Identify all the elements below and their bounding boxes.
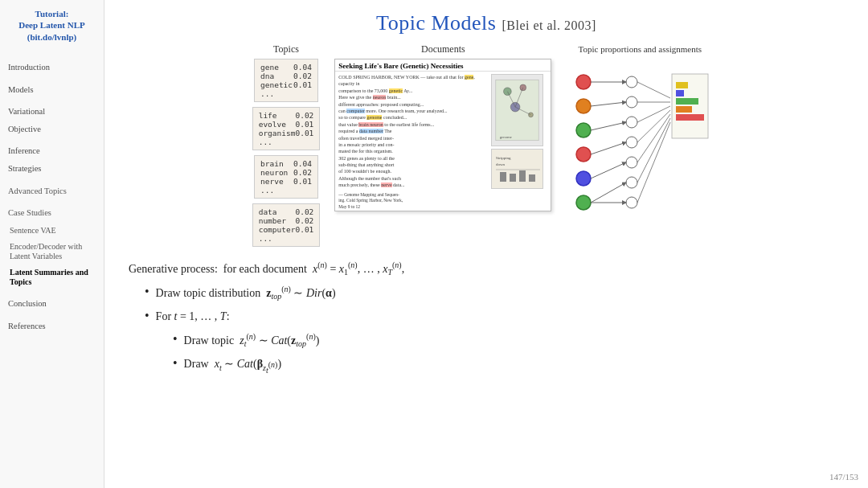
bullet-1: • (145, 281, 149, 302)
doc-headline: Seeking Life's Bare (Genetic) Necessitie… (335, 59, 551, 72)
svg-line-48 (637, 118, 670, 182)
sidebar-item-references[interactable]: References (6, 318, 97, 335)
sidebar-item-inference[interactable]: Inference (6, 142, 97, 160)
proportions-column: Topic proportions and assignments (559, 43, 720, 219)
svg-line-45 (637, 106, 670, 122)
svg-point-26 (626, 137, 637, 148)
doc-figure-2: Stripping down (491, 149, 543, 189)
page-number: 147/153 (829, 472, 858, 482)
svg-point-20 (576, 147, 591, 162)
sidebar-title: Tutorial: Deep Latent NLP (bit.do/lvnlp) (6, 8, 97, 43)
svg-text:genome: genome (500, 135, 512, 139)
svg-rect-40 (676, 98, 698, 105)
proportions-label: Topic proportions and assignments (579, 43, 702, 55)
svg-point-2 (520, 84, 526, 91)
svg-point-18 (576, 99, 591, 113)
svg-rect-41 (676, 90, 684, 96)
sidebar-item-case-studies[interactable]: Case Studies (6, 204, 97, 222)
math-sub-bullet2-line: • Draw xt ∼ Cat(βzt(n)) (173, 352, 844, 377)
main-content: Topic Models [Blei et al. 2003] Topics g… (104, 0, 868, 488)
math-bullet2-text: For t = 1, … , T: (156, 307, 230, 326)
svg-rect-13 (500, 172, 506, 182)
svg-line-32 (591, 122, 626, 130)
sidebar-item-strategies[interactable]: Strategies (6, 160, 97, 178)
svg-point-22 (576, 195, 591, 210)
math-sub-bullet1-line: • Draw topic zt(n) ∼ Cat(ztop(n)) (173, 328, 844, 351)
documents-label: Documents (421, 43, 465, 55)
topic-box-1: gene0.04 dna0.02 genetic0.01 ... (254, 59, 318, 102)
svg-point-25 (626, 117, 637, 128)
math-bullet2-line: • For t = 1, … , T: (145, 305, 844, 326)
svg-text:Stripping: Stripping (496, 156, 511, 160)
math-intro-line: Generative process: for each document x(… (129, 258, 844, 279)
svg-line-35 (591, 182, 626, 203)
svg-point-17 (576, 75, 591, 89)
svg-line-43 (637, 82, 670, 98)
svg-point-23 (626, 76, 637, 88)
svg-rect-42 (676, 82, 688, 88)
svg-line-33 (591, 142, 626, 154)
topic-box-3: brain0.04 neuron0.02 nerve0.01 ... (254, 155, 318, 199)
sidebar: Tutorial: Deep Latent NLP (bit.do/lvnlp)… (0, 0, 104, 488)
topic-box-4: data0.02 number0.02 computer0.01 ... (252, 203, 321, 247)
bullet-2: • (145, 305, 149, 326)
newspaper-document: Seeking Life's Bare (Genetic) Necessitie… (334, 59, 551, 211)
svg-point-24 (626, 96, 637, 108)
topics-label: Topics (273, 43, 299, 55)
doc-text: COLD SPRING HARBOR, NEW YORK — take out … (338, 74, 488, 211)
svg-point-27 (626, 157, 637, 168)
sidebar-item-encoder-decoder[interactable]: Encoder/Decoder with Latent Variables (6, 239, 97, 265)
doc-figure-1: genome (491, 74, 543, 146)
diagram-area: Topics gene0.04 dna0.02 genetic0.01 ... … (121, 43, 852, 252)
svg-point-21 (576, 171, 591, 186)
math-sub-bullet2-text: Draw xt ∼ Cat(βzt(n)) (184, 355, 281, 377)
sub-bullet-2: • (173, 352, 178, 374)
svg-rect-39 (676, 106, 692, 113)
sidebar-item-objective[interactable]: Objective (6, 121, 97, 138)
topic-box-2: life0.02 evolve0.01 organism0.01 ... (252, 107, 321, 150)
sidebar-item-introduction[interactable]: Introduction (6, 59, 97, 76)
svg-point-28 (626, 177, 637, 188)
sub-bullet-1: • (173, 328, 178, 350)
svg-rect-15 (519, 170, 526, 182)
svg-text:down: down (496, 162, 506, 166)
math-content: Generative process: for each document x(… (121, 258, 852, 379)
assignments-svg (559, 58, 720, 219)
svg-point-19 (576, 123, 591, 137)
math-intro-text: Generative process: for each document x(… (129, 258, 404, 279)
doc-images: genome Stripping down (491, 74, 547, 211)
math-bullet1-text: Draw topic distribution ztop(n) ∼ Dir(α) (156, 282, 336, 303)
svg-point-4 (529, 113, 534, 117)
sidebar-item-conclusion[interactable]: Conclusion (6, 295, 97, 313)
sidebar-item-sentence-vae[interactable]: Sentence VAE (6, 222, 97, 239)
topics-column: Topics gene0.04 dna0.02 genetic0.01 ... … (252, 43, 321, 252)
svg-line-34 (591, 162, 626, 178)
svg-line-31 (591, 102, 626, 106)
svg-rect-38 (676, 114, 704, 121)
sidebar-item-models[interactable]: Models (6, 81, 97, 99)
doc-body: COLD SPRING HARBOR, NEW YORK — take out … (335, 72, 551, 211)
sidebar-item-variational[interactable]: Variational (6, 103, 97, 121)
svg-point-29 (626, 197, 637, 208)
math-sub-bullet1-text: Draw topic zt(n) ∼ Cat(ztop(n)) (184, 330, 320, 351)
svg-rect-16 (529, 174, 535, 182)
sidebar-item-advanced[interactable]: Advanced Topics (6, 182, 97, 200)
svg-line-46 (637, 110, 670, 142)
svg-line-47 (637, 114, 670, 162)
math-bullet1-line: • Draw topic distribution ztop(n) ∼ Dir(… (145, 281, 844, 303)
sidebar-item-latent-summaries[interactable]: Latent Summaries and Topics (6, 265, 97, 290)
svg-line-49 (637, 122, 670, 203)
documents-column: Documents Seeking Life's Bare (Genetic) … (334, 43, 551, 211)
svg-rect-14 (510, 174, 516, 182)
slide-title: Topic Models [Blei et al. 2003] (121, 11, 852, 35)
